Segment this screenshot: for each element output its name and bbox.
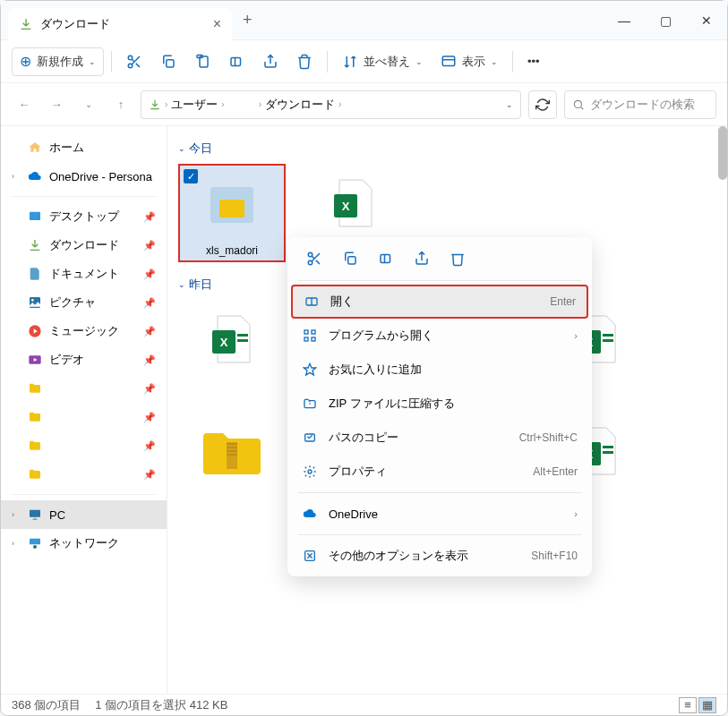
close-button[interactable]: ✕ <box>686 1 727 40</box>
chevron-down-icon: ⌄ <box>491 57 498 66</box>
paste-button[interactable] <box>187 47 218 76</box>
network-icon <box>28 536 42 550</box>
cut-icon <box>306 251 322 267</box>
maximize-button[interactable]: ▢ <box>645 1 686 40</box>
group-label: 昨日 <box>189 277 212 293</box>
context-menu-open[interactable]: 開く Enter <box>291 285 588 319</box>
breadcrumb-item[interactable]: ダウンロード <box>265 97 335 113</box>
sidebar-item-downloads[interactable]: ダウンロード📌 <box>1 231 167 260</box>
delete-button[interactable] <box>441 244 474 273</box>
context-menu-properties[interactable]: プロパティ Alt+Enter <box>291 455 588 489</box>
view-button[interactable]: 表示 ⌄ <box>433 47 505 76</box>
context-menu-more[interactable]: その他のオプションを表示 Shift+F10 <box>291 539 588 573</box>
svg-rect-36 <box>603 451 613 454</box>
breadcrumb-item[interactable] <box>228 97 255 113</box>
download-icon <box>149 98 161 111</box>
more-button[interactable]: ••• <box>520 47 547 76</box>
scrollbar[interactable] <box>718 126 727 180</box>
cut-button[interactable] <box>119 47 150 76</box>
sidebar-label: ドキュメント <box>49 266 119 282</box>
svg-rect-39 <box>348 257 355 264</box>
sidebar-label: ホーム <box>49 140 84 156</box>
sort-icon <box>342 54 358 70</box>
close-tab-icon[interactable]: × <box>213 16 221 32</box>
expand-icon: › <box>12 539 21 548</box>
copy-button[interactable] <box>153 47 184 76</box>
context-menu-label: 開く <box>330 294 354 310</box>
chevron-down-icon[interactable]: ⌄ <box>506 100 513 109</box>
chevron-right-icon: › <box>165 99 167 109</box>
minimize-button[interactable]: — <box>604 1 645 40</box>
status-selection: 1 個の項目を選択 412 KB <box>95 697 227 713</box>
sidebar-item-music[interactable]: ミュージック📌 <box>1 317 167 345</box>
sidebar-item-desktop[interactable]: デスクトップ📌 <box>1 202 167 231</box>
delete-button[interactable] <box>289 47 320 76</box>
forward-button[interactable]: → <box>44 92 69 117</box>
sidebar-item-onedrive[interactable]: › OneDrive - Persona <box>1 162 167 191</box>
sidebar-item-folder[interactable]: 📌 <box>1 403 167 431</box>
sidebar-label: OneDrive - Persona <box>49 170 152 183</box>
chevron-right-icon: › <box>574 330 578 341</box>
copy-icon <box>160 54 176 70</box>
new-tab-button[interactable]: + <box>243 11 253 30</box>
view-list-button[interactable]: ≡ <box>679 697 697 713</box>
rename-button[interactable] <box>221 47 252 76</box>
shortcut: Alt+Enter <box>533 465 578 478</box>
group-header-today[interactable]: ⌄今日 <box>178 141 716 157</box>
sidebar-item-folder[interactable]: 📌 <box>1 460 167 489</box>
back-button[interactable]: ← <box>12 92 37 117</box>
sidebar-item-pictures[interactable]: ピクチャ📌 <box>1 288 167 317</box>
home-icon <box>28 141 42 155</box>
shortcut: Shift+F10 <box>531 550 578 562</box>
search-input[interactable]: ダウンロードの検索 <box>564 90 716 119</box>
file-name <box>216 490 248 506</box>
svg-rect-42 <box>304 330 308 334</box>
sidebar-item-folder[interactable]: 📌 <box>1 374 167 403</box>
context-menu-open-with[interactable]: プログラムから開く › <box>291 319 588 353</box>
breadcrumb[interactable]: › ユーザー › › ダウンロード › ⌄ <box>141 90 521 119</box>
svg-rect-14 <box>30 539 40 545</box>
excel-icon: X <box>318 167 390 239</box>
sidebar-item-home[interactable]: ホーム <box>1 133 167 162</box>
sidebar-item-video[interactable]: ビデオ📌 <box>1 345 167 374</box>
path-icon <box>302 430 318 446</box>
refresh-button[interactable] <box>528 90 557 119</box>
context-menu-label: プロパティ <box>329 464 387 480</box>
chevron-down-icon[interactable]: ⌄ <box>76 92 101 117</box>
chevron-right-icon: › <box>259 99 261 109</box>
up-button[interactable]: ↑ <box>108 92 133 117</box>
file-item-selected[interactable]: ✓ xls_madori <box>178 164 286 262</box>
sort-button[interactable]: 並べ替え ⌄ <box>335 47 430 76</box>
sidebar-item-documents[interactable]: ドキュメント📌 <box>1 260 167 288</box>
file-item[interactable] <box>178 412 286 509</box>
expand-icon: › <box>12 510 21 519</box>
context-menu: 開く Enter プログラムから開く › お気に入りに追加 ZIP ファイルに圧… <box>287 237 592 576</box>
sidebar-label: PC <box>49 508 65 522</box>
divider <box>298 492 581 493</box>
cut-button[interactable] <box>298 244 330 273</box>
file-item[interactable]: X <box>178 300 286 397</box>
share-button[interactable] <box>255 47 286 76</box>
sidebar-item-pc[interactable]: ›PC <box>1 500 167 529</box>
more-icon <box>302 548 318 564</box>
svg-rect-26 <box>603 334 613 337</box>
excel-icon: X <box>196 303 268 375</box>
window-tab[interactable]: ダウンロード × <box>8 8 232 40</box>
context-menu-onedrive[interactable]: OneDrive › <box>291 497 588 531</box>
svg-rect-6 <box>442 56 455 66</box>
share-button[interactable] <box>406 244 438 273</box>
sidebar-label <box>49 409 121 425</box>
sidebar-item-folder[interactable]: 📌 <box>1 431 167 460</box>
svg-point-10 <box>31 299 34 302</box>
rename-button[interactable] <box>370 244 402 273</box>
context-menu-zip[interactable]: ZIP ファイルに圧縮する <box>291 387 588 421</box>
sidebar-item-network[interactable]: ›ネットワーク <box>1 529 167 558</box>
copy-button[interactable] <box>334 244 366 273</box>
context-menu-copy-path[interactable]: パスのコピー Ctrl+Shift+C <box>291 421 588 455</box>
new-button[interactable]: ⊕ 新規作成 ⌄ <box>12 47 104 76</box>
context-menu-favorite[interactable]: お気に入りに追加 <box>291 353 588 387</box>
svg-point-37 <box>308 252 313 257</box>
breadcrumb-item[interactable]: ユーザー <box>171 97 218 113</box>
view-icons-button[interactable]: ▦ <box>698 697 716 713</box>
chevron-right-icon: › <box>338 99 341 109</box>
